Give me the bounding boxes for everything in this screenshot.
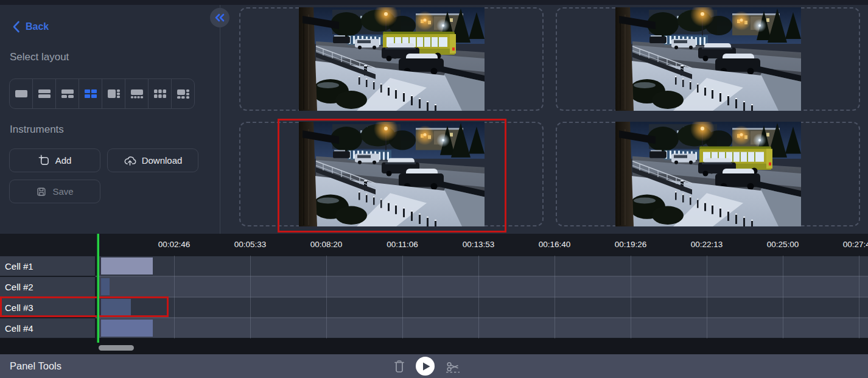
timeline-tick: 00:08:20 [310,234,343,256]
timeline-tick: 00:02:46 [158,234,191,256]
back-button[interactable]: Back [12,21,49,33]
timeline-row-separator [96,296,868,298]
timeline-row-track-3[interactable] [97,298,868,317]
layout-1-left-3-right-icon [107,88,121,99]
layout-single-icon [14,88,29,99]
layout-option-layout-1-top-4-bottom[interactable] [125,79,149,108]
panel-tools-bar: Panel Tools [0,354,868,378]
layout-cell-4[interactable] [556,122,860,226]
timeline-gridline [326,256,327,338]
sidebar: Back Select layout Instruments Add Downl… [0,5,220,234]
timeline-tick: 00:05:33 [234,234,267,256]
timeline-tick: 00:16:40 [539,234,571,256]
timeline-row-separator [96,317,868,318]
camera-video-thumbnail-4[interactable] [615,122,801,226]
chevron-left-icon [12,21,20,33]
delete-button[interactable] [393,359,406,374]
video-layout-editor-window: Back Select layout Instruments Add Downl… [0,0,868,378]
layout-option-layout-1-top-2-bottom[interactable] [56,79,79,108]
download-button[interactable]: Download [107,149,198,172]
timeline-gridline [250,256,251,338]
timeline-tick: 00:11:06 [387,234,418,256]
timeline-tick: 00:19:26 [615,234,647,256]
save-floppy-icon [36,186,47,197]
timeline-gridline [631,256,631,338]
layout-3x2-grid-icon [153,88,167,99]
layout-cell-1[interactable] [239,7,544,111]
layout-cell-2[interactable] [556,7,860,111]
tools-group [393,354,461,378]
layout-option-layout-single[interactable] [10,79,33,108]
layout-option-layout-2x2-grid[interactable] [79,79,102,108]
timeline-tick: 00:25:00 [767,234,799,256]
layout-1-top-4-bottom-icon [130,88,144,99]
save-label: Save [52,186,73,197]
download-label: Download [142,155,183,166]
camera-video-thumbnail-3[interactable] [299,122,485,226]
add-clip-icon [38,155,50,166]
timeline-ruler[interactable]: 00:02:4600:05:3300:08:2000:11:0600:13:53… [0,234,868,256]
play-circle [416,357,435,376]
timeline-row-track-1[interactable] [97,256,868,276]
timeline-tick: 00:27:46 [843,234,868,256]
layout-option-layout-1-left-3-right[interactable] [102,79,125,108]
add-button[interactable]: Add [9,149,100,172]
timeline-gridline [402,256,403,338]
window-top-strip [0,0,868,5]
camera-video-thumbnail-2[interactable] [615,7,801,111]
layout-option-layout-2-rows[interactable] [33,79,56,108]
timeline-tick: 00:22:13 [691,234,723,256]
panel-tools-title: Panel Tools [10,354,61,378]
layout-2x2-grid-icon [83,88,98,99]
camera-video-thumbnail-1[interactable] [299,7,485,111]
layout-2-rows-icon [37,88,52,99]
cut-button[interactable] [444,359,461,374]
cloud-upload-icon [124,155,136,166]
timeline-row-label-2: Cell #2 [0,277,95,296]
layout-1-top-2-bottom-icon [60,88,75,99]
timeline-scrollbar-thumb[interactable] [99,345,134,351]
layout-options-group [9,79,195,109]
timeline-gridline [859,256,859,338]
add-label: Add [55,155,72,166]
layout-option-layout-3x2-grid[interactable] [149,79,172,108]
timeline-clip-3[interactable] [101,299,131,316]
timeline-tick: 00:13:53 [463,234,495,256]
play-icon [422,362,430,371]
timeline-row-track-2[interactable] [97,277,868,296]
timeline-row-separator [96,276,868,277]
timeline-gridline [174,256,175,338]
timeline-playhead[interactable] [97,234,99,343]
timeline-scrollbar-track[interactable] [0,338,868,354]
timeline-clip-4[interactable] [101,320,153,337]
instruments-title: Instruments [10,124,64,136]
collapse-sidebar-button[interactable] [210,8,229,27]
timeline-clip-1[interactable] [101,257,153,275]
timeline-row-track-4[interactable] [97,318,868,338]
select-layout-title: Select layout [10,51,69,63]
timeline-gridline [478,256,479,338]
timeline-row-label-1: Cell #1 [0,256,95,276]
layout-option-layout-1-big-5-small[interactable] [172,79,194,108]
timeline-gridline [707,256,707,338]
timeline-row-label-3: Cell #3 [0,298,95,317]
timeline-gridline [555,256,555,338]
layout-cell-3[interactable] [239,122,544,226]
timeline-gridline [783,256,783,338]
layout-1-big-5-small-icon [176,88,191,99]
timeline-clip-2[interactable] [101,278,110,295]
scissors-icon [444,359,461,374]
back-label: Back [26,21,49,32]
timeline-row-label-4: Cell #4 [0,318,95,338]
save-button[interactable]: Save [9,180,100,203]
trash-icon [393,359,406,374]
play-button[interactable] [416,357,435,376]
double-chevron-left-icon [214,13,225,22]
